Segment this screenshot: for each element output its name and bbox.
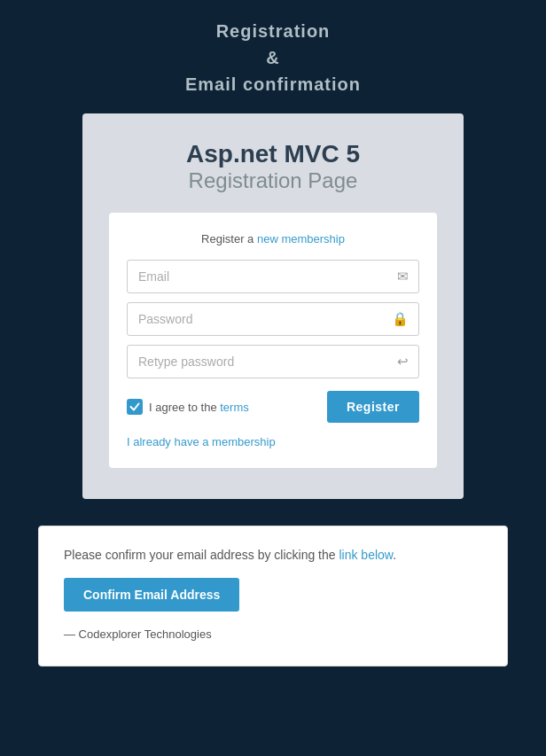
header-line3: Email confirmation (185, 74, 361, 94)
password-input-group: 🔒 (127, 302, 419, 336)
confirm-text: Please confirm your email address by cli… (64, 548, 482, 562)
card-title-sub: Registration Page (109, 168, 437, 193)
register-button[interactable]: Register (327, 391, 419, 423)
terms-link[interactable]: terms (220, 401, 249, 414)
card-title-block: Asp.net MVC 5 Registration Page (109, 140, 437, 193)
checkmark-icon (129, 401, 140, 412)
page-header: Registration & Email confirmation (185, 18, 361, 97)
confirm-text-after: . (393, 548, 396, 562)
header-line1: Registration (216, 21, 331, 41)
agree-text: I agree to the (149, 401, 220, 414)
agree-section: I agree to the terms (127, 399, 249, 415)
confirm-email-button[interactable]: Confirm Email Address (64, 578, 239, 612)
agree-checkbox[interactable] (127, 399, 143, 415)
registration-form-box: Register a new membership ✉ 🔒 ↩ (109, 213, 437, 468)
form-footer: I agree to the terms Register (127, 391, 419, 423)
retype-password-input[interactable] (127, 345, 419, 378)
email-confirm-box: Please confirm your email address by cli… (38, 526, 508, 666)
registration-card: Asp.net MVC 5 Registration Page Register… (82, 113, 464, 499)
lock-icon: 🔒 (392, 311, 409, 327)
email-input[interactable] (127, 260, 419, 293)
retype-icon: ↩ (397, 354, 409, 370)
membership-link[interactable]: I already have a membership (127, 435, 419, 448)
agree-label: I agree to the terms (149, 401, 249, 414)
email-input-group: ✉ (127, 260, 419, 293)
email-icon: ✉ (397, 269, 409, 284)
confirm-link-text: link below (339, 548, 393, 562)
signature: — Codexplorer Technologies (64, 627, 482, 641)
subtitle-link[interactable]: new membership (257, 232, 345, 246)
retype-password-input-group: ↩ (127, 345, 419, 378)
subtitle-text: Register a (201, 232, 257, 246)
confirm-text-before: Please confirm your email address by cli… (64, 548, 339, 562)
header-line2: & (266, 48, 279, 67)
password-input[interactable] (127, 302, 419, 336)
form-subtitle: Register a new membership (127, 232, 419, 246)
card-title-main: Asp.net MVC 5 (109, 140, 437, 168)
